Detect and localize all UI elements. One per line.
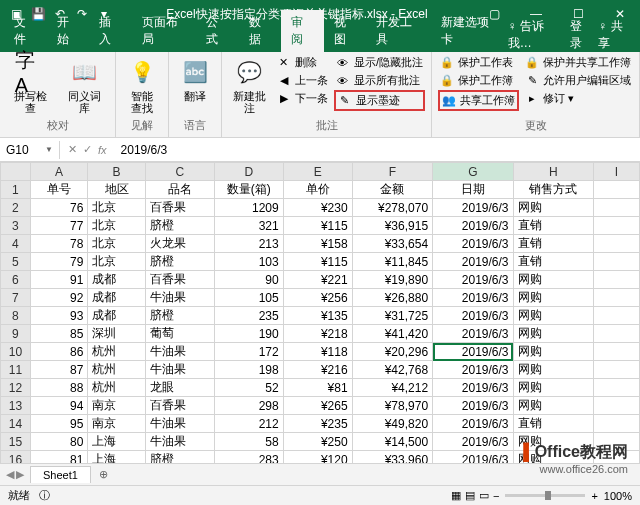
tab-公式[interactable]: 公式	[196, 10, 239, 52]
cell[interactable]	[593, 235, 639, 253]
cell[interactable]: 网购	[513, 343, 593, 361]
cell[interactable]: 北京	[88, 253, 145, 271]
cell[interactable]: 2019/6/3	[433, 235, 513, 253]
cell[interactable]: 76	[30, 199, 87, 217]
cell[interactable]: 网购	[513, 307, 593, 325]
cell[interactable]: ¥11,845	[352, 253, 432, 271]
formula-input[interactable]: 2019/6/3	[115, 141, 640, 159]
ribbon-btn-保护工作表[interactable]: 🔒保护工作表	[438, 54, 519, 71]
cell[interactable]: ¥81	[283, 379, 352, 397]
cell[interactable]: 网购	[513, 361, 593, 379]
cell[interactable]: 2019/6/3	[433, 397, 513, 415]
cell[interactable]: 93	[30, 307, 87, 325]
cell[interactable]: 298	[214, 397, 283, 415]
cell[interactable]: 网购	[513, 325, 593, 343]
cell[interactable]: 网购	[513, 289, 593, 307]
sheet-tab[interactable]: Sheet1	[30, 466, 91, 483]
ribbon-btn-上一条[interactable]: ◀上一条	[275, 72, 330, 89]
cell[interactable]: 网购	[513, 199, 593, 217]
cell[interactable]: 成都	[88, 307, 145, 325]
fx-icon[interactable]: fx	[98, 144, 107, 156]
tab-开始[interactable]: 开始	[47, 10, 90, 52]
tell-me[interactable]: ♀ 告诉我…	[508, 18, 564, 52]
row-header-14[interactable]: 14	[1, 415, 31, 433]
add-sheet-icon[interactable]: ⊕	[91, 468, 116, 481]
cell[interactable]: 2019/6/3	[433, 199, 513, 217]
cell[interactable]: 2019/6/3	[433, 307, 513, 325]
cell[interactable]	[593, 325, 639, 343]
cell[interactable]: 牛油果	[145, 289, 214, 307]
cell[interactable]: 牛油果	[145, 361, 214, 379]
cell[interactable]: 78	[30, 235, 87, 253]
cell[interactable]: 2019/6/3	[433, 433, 513, 451]
page-break-icon[interactable]: ▭	[479, 489, 489, 502]
cell[interactable]: 成都	[88, 271, 145, 289]
cell[interactable]	[593, 289, 639, 307]
cell[interactable]: 上海	[88, 433, 145, 451]
cell[interactable]	[593, 397, 639, 415]
cell[interactable]: 52	[214, 379, 283, 397]
row-header-4[interactable]: 4	[1, 235, 31, 253]
ribbon-btn-修订 ▾[interactable]: ▸修订 ▾	[523, 90, 633, 107]
tab-插入[interactable]: 插入	[89, 10, 132, 52]
ribbon-btn-同义词库[interactable]: 📖同义词库	[60, 54, 110, 116]
ribbon-btn-拼写检查[interactable]: 字A拼写检查	[6, 54, 56, 116]
row-header-7[interactable]: 7	[1, 289, 31, 307]
cell[interactable]: ¥31,725	[352, 307, 432, 325]
ribbon-btn-显示/隐藏批注[interactable]: 👁显示/隐藏批注	[334, 54, 425, 71]
header-cell[interactable]: 单价	[283, 181, 352, 199]
cell[interactable]: 87	[30, 361, 87, 379]
cell[interactable]: 南京	[88, 415, 145, 433]
ribbon-btn-共享工作簿[interactable]: 👥共享工作簿	[438, 90, 519, 111]
page-layout-icon[interactable]: ▤	[465, 489, 475, 502]
cell[interactable]: 172	[214, 343, 283, 361]
cell[interactable]: 杭州	[88, 343, 145, 361]
cell[interactable]: 95	[30, 415, 87, 433]
cell[interactable]: 80	[30, 433, 87, 451]
cell[interactable]: 龙眼	[145, 379, 214, 397]
cell[interactable]: 85	[30, 325, 87, 343]
name-box[interactable]: G10 ▼	[0, 141, 60, 159]
cell[interactable]: 105	[214, 289, 283, 307]
cell[interactable]: 百香果	[145, 271, 214, 289]
cell[interactable]: ¥49,820	[352, 415, 432, 433]
cell[interactable]: 2019/6/3	[433, 415, 513, 433]
cell[interactable]: 92	[30, 289, 87, 307]
zoom-controls[interactable]: − + 100%	[493, 490, 632, 502]
cell[interactable]: 百香果	[145, 199, 214, 217]
col-header-E[interactable]: E	[283, 163, 352, 181]
header-cell[interactable]: 单号	[30, 181, 87, 199]
cell[interactable]: 牛油果	[145, 343, 214, 361]
cell[interactable]: ¥235	[283, 415, 352, 433]
cell[interactable]: 94	[30, 397, 87, 415]
col-header-I[interactable]: I	[593, 163, 639, 181]
cell[interactable]: 网购	[513, 271, 593, 289]
cell[interactable]: ¥33,654	[352, 235, 432, 253]
cell[interactable]: ¥78,970	[352, 397, 432, 415]
col-header-H[interactable]: H	[513, 163, 593, 181]
zoom-in-icon[interactable]: +	[591, 490, 597, 502]
cell[interactable]: ¥256	[283, 289, 352, 307]
col-header-D[interactable]: D	[214, 163, 283, 181]
ribbon-btn-下一条[interactable]: ▶下一条	[275, 90, 330, 107]
cell[interactable]: 葡萄	[145, 325, 214, 343]
ribbon-btn-智能查找[interactable]: 💡智能查找	[122, 54, 162, 116]
header-cell[interactable]: 金额	[352, 181, 432, 199]
header-cell[interactable]: 销售方式	[513, 181, 593, 199]
cell[interactable]: ¥250	[283, 433, 352, 451]
row-header-5[interactable]: 5	[1, 253, 31, 271]
cell[interactable]	[593, 253, 639, 271]
cell[interactable]: 79	[30, 253, 87, 271]
row-header-1[interactable]: 1	[1, 181, 31, 199]
cell[interactable]: 198	[214, 361, 283, 379]
header-cell[interactable]	[593, 181, 639, 199]
row-header-3[interactable]: 3	[1, 217, 31, 235]
cell[interactable]	[593, 199, 639, 217]
cell[interactable]: 杭州	[88, 379, 145, 397]
cell[interactable]: 2019/6/3	[433, 217, 513, 235]
cell[interactable]: ¥135	[283, 307, 352, 325]
ribbon-btn-新建批注[interactable]: 💬新建批注	[228, 54, 271, 116]
col-header-A[interactable]: A	[30, 163, 87, 181]
cell[interactable]: ¥26,880	[352, 289, 432, 307]
ribbon-btn-保护工作簿[interactable]: 🔒保护工作簿	[438, 72, 519, 89]
